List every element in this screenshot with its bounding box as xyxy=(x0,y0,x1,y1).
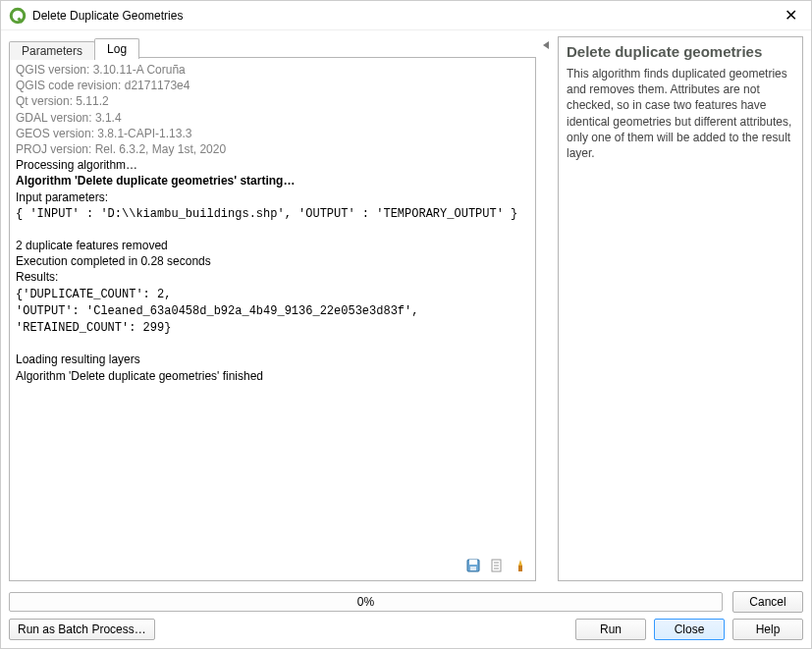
help-panel: Delete duplicate geometries This algorit… xyxy=(558,36,803,581)
title-bar: Delete Duplicate Geometries ✕ xyxy=(1,1,811,30)
log-line: GDAL version: 3.1.4 xyxy=(16,111,122,125)
log-line: QGIS code revision: d2171173e4 xyxy=(16,79,189,92)
cancel-button[interactable]: Cancel xyxy=(732,591,803,613)
log-line: Algorithm 'Delete duplicate geometries' … xyxy=(16,369,263,383)
tab-parameters[interactable]: Parameters xyxy=(9,41,95,60)
window-close-button[interactable]: ✕ xyxy=(779,6,803,26)
log-panel: QGIS version: 3.10.11-A Coruña QGIS code… xyxy=(9,57,536,581)
log-line-results: 'RETAINED_COUNT': 299} xyxy=(16,321,171,335)
window-title: Delete Duplicate Geometries xyxy=(32,9,779,23)
save-log-icon[interactable] xyxy=(464,557,482,574)
log-line: Loading resulting layers xyxy=(16,352,140,366)
clear-log-icon[interactable] xyxy=(512,557,529,574)
svg-marker-9 xyxy=(518,560,522,566)
left-column: Parameters Log QGIS version: 3.10.11-A C… xyxy=(9,36,536,581)
log-line: QGIS version: 3.10.11-A Coruña xyxy=(16,63,186,77)
tab-bar: Parameters Log xyxy=(9,36,536,58)
run-button[interactable]: Run xyxy=(575,619,646,640)
log-output[interactable]: QGIS version: 3.10.11-A Coruña QGIS code… xyxy=(10,58,535,553)
progress-text: 0% xyxy=(357,595,374,609)
dialog-window: Delete Duplicate Geometries ✕ Parameters… xyxy=(0,0,812,649)
log-line: 2 duplicate features removed xyxy=(16,239,168,252)
log-line: Qt version: 5.11.2 xyxy=(16,94,109,108)
splitter[interactable] xyxy=(542,36,552,581)
svg-rect-10 xyxy=(518,566,522,571)
log-line: PROJ version: Rel. 6.3.2, May 1st, 2020 xyxy=(16,142,226,156)
log-toolbar xyxy=(10,553,535,580)
log-line-results: 'OUTPUT': 'Cleaned_63a0458d_b92a_4b49_91… xyxy=(16,304,418,318)
progress-bar: 0% xyxy=(9,592,723,612)
bottom-button-row: Run as Batch Process… Run Close Help xyxy=(9,619,803,640)
svg-rect-4 xyxy=(470,567,476,570)
run-batch-button[interactable]: Run as Batch Process… xyxy=(9,619,155,640)
help-body: This algorithm finds duplicated geometri… xyxy=(567,66,794,161)
progress-row: 0% Cancel xyxy=(9,591,803,613)
log-line: Processing algorithm… xyxy=(16,158,137,172)
dialog-body: Parameters Log QGIS version: 3.10.11-A C… xyxy=(1,30,811,648)
log-line: GEOS version: 3.8.1-CAPI-1.13.3 xyxy=(16,127,191,140)
qgis-logo-icon xyxy=(9,7,27,25)
copy-log-icon[interactable] xyxy=(488,557,506,574)
log-line-input-params: { 'INPUT' : 'D:\\kiambu_buildings.shp', … xyxy=(16,207,517,221)
log-line: Execution completed in 0.28 seconds xyxy=(16,254,211,268)
main-row: Parameters Log QGIS version: 3.10.11-A C… xyxy=(9,36,803,581)
svg-marker-11 xyxy=(543,41,549,49)
log-line-results: {'DUPLICATE_COUNT': 2, xyxy=(16,288,171,301)
log-line: Input parameters: xyxy=(16,190,108,204)
tab-log[interactable]: Log xyxy=(94,38,139,59)
log-line-alg-start: Algorithm 'Delete duplicate geometries' … xyxy=(16,174,295,188)
help-button[interactable]: Help xyxy=(732,619,803,640)
splitter-handle-icon xyxy=(543,40,551,50)
close-button[interactable]: Close xyxy=(654,619,725,640)
svg-rect-3 xyxy=(469,560,477,565)
log-line: Results: xyxy=(16,270,58,284)
help-title: Delete duplicate geometries xyxy=(567,43,794,60)
